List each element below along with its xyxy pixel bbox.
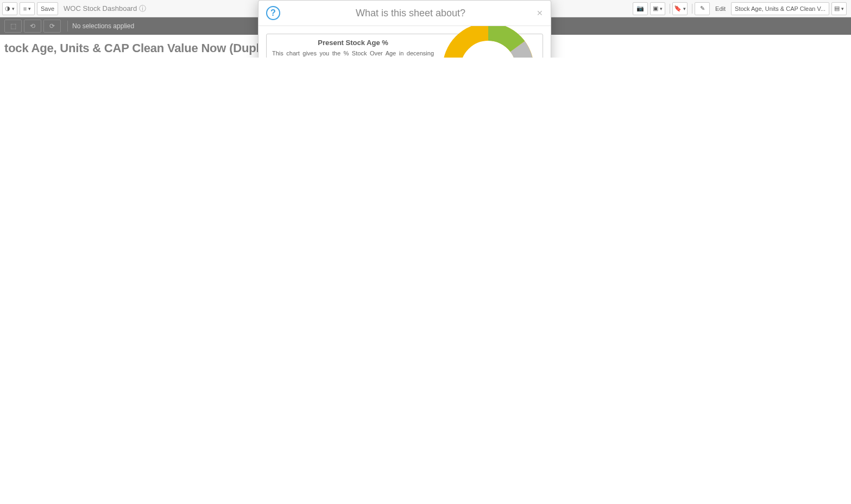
sheet-grid-icon[interactable]: ▤ bbox=[831, 2, 847, 15]
info-icon[interactable]: ⓘ bbox=[139, 4, 146, 14]
step-fwd-icon[interactable]: ⟳ bbox=[43, 20, 61, 33]
list-dropdown[interactable]: ≡ bbox=[20, 2, 35, 15]
edit-button[interactable]: Edit bbox=[712, 2, 729, 15]
page-title: tock Age, Units & CAP Clean Value Now (D… bbox=[0, 35, 851, 58]
selection-text: No selections applied bbox=[72, 22, 134, 30]
camera-icon[interactable]: 📷 bbox=[633, 2, 648, 15]
save-button[interactable]: Save bbox=[37, 2, 58, 15]
bookmark-icon[interactable]: 🔖 bbox=[672, 2, 688, 15]
lasso-icon[interactable]: ⬚ bbox=[4, 20, 22, 33]
pencil-icon[interactable]: ✎ bbox=[695, 2, 710, 15]
sheet-dropdown[interactable]: Stock Age, Units & CAP Clean V... bbox=[731, 2, 829, 15]
app-toolbar: ◑ ≡ Save WOC Stock Dashboard ⓘ 📷 ▣ 🔖 ✎ E… bbox=[0, 0, 851, 17]
app-title: WOC Stock Dashboard ⓘ bbox=[60, 2, 149, 15]
step-back-icon[interactable]: ⟲ bbox=[24, 20, 41, 33]
selection-bar: ⬚ ⟲ ⟳ No selections applied bbox=[0, 17, 851, 35]
back-dropdown[interactable]: ◑ bbox=[2, 2, 17, 15]
present-icon[interactable]: ▣ bbox=[650, 2, 665, 15]
